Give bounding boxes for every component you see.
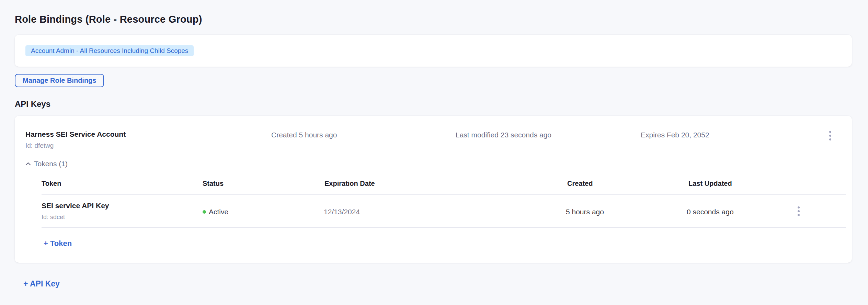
role-binding-badge[interactable]: Account Admin - All Resources Including … (25, 45, 194, 56)
token-name: SEI service API Key (42, 202, 109, 210)
column-header-last-updated: Last Updated (688, 180, 732, 188)
api-key-created: Created 5 hours ago (271, 131, 337, 139)
token-last-updated: 0 seconds ago (687, 208, 734, 216)
status-active-dot-icon (203, 210, 206, 214)
api-key-last-modified: Last modified 23 seconds ago (456, 131, 551, 139)
column-header-status: Status (203, 180, 224, 188)
token-menu-icon[interactable] (796, 205, 801, 217)
token-expiration-date: 12/13/2024 (324, 208, 360, 216)
api-key-menu-icon[interactable] (828, 129, 833, 142)
tokens-toggle-label: Tokens (1) (34, 160, 68, 168)
tokens-toggle[interactable]: Tokens (1) (24, 160, 68, 168)
column-header-token: Token (42, 180, 61, 188)
role-bindings-card: Account Admin - All Resources Including … (15, 35, 852, 67)
chevron-up-icon (24, 160, 32, 168)
api-key-expires: Expires Feb 20, 2052 (641, 131, 709, 139)
token-created: 5 hours ago (566, 208, 604, 216)
api-keys-heading: API Keys (15, 99, 50, 109)
page-title: Role Bindings (Role - Resource Group) (15, 14, 202, 25)
api-key-card: Harness SEI Service Account Id: dfetwg C… (15, 116, 852, 263)
api-key-name: Harness SEI Service Account (25, 130, 126, 138)
table-row-divider (42, 227, 846, 228)
api-key-id: Id: dfetwg (25, 142, 54, 149)
manage-role-bindings-button[interactable]: Manage Role Bindings (15, 74, 104, 87)
column-header-expiration: Expiration Date (324, 180, 375, 188)
token-status: Active (203, 208, 228, 216)
status-label: Active (209, 208, 228, 216)
column-header-created: Created (567, 180, 593, 188)
token-id: Id: sdcet (42, 214, 65, 221)
add-token-button[interactable]: + Token (44, 239, 72, 248)
add-api-key-button[interactable]: + API Key (23, 279, 60, 289)
table-header-divider (42, 194, 846, 195)
